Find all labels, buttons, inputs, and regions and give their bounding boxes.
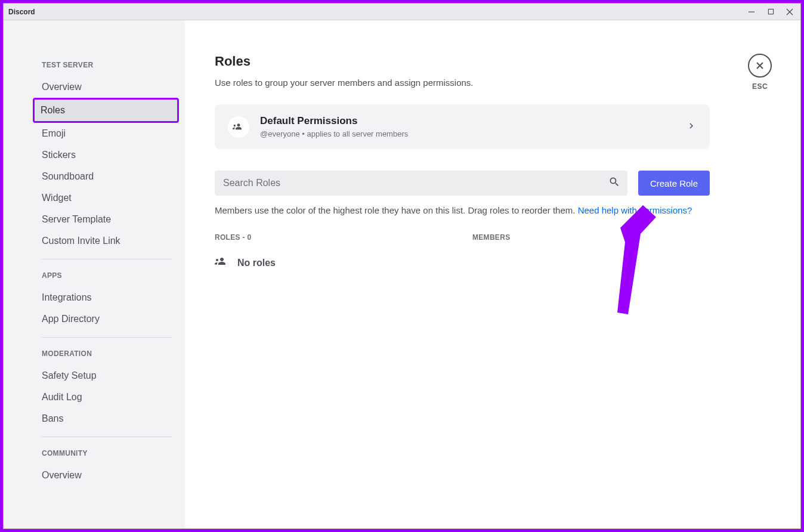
page-subtitle: Use roles to group your server members a… <box>215 78 710 88</box>
column-members-header: MEMBERS <box>472 233 510 242</box>
sidebar-item-custom-invite-link[interactable]: Custom Invite Link <box>36 230 178 252</box>
sidebar-divider <box>42 259 172 259</box>
close-settings-button[interactable]: ESC <box>748 54 772 91</box>
titlebar-app-name: Discord <box>8 8 746 16</box>
people-icon <box>233 121 245 133</box>
close-icon <box>754 60 765 71</box>
sidebar-item-stickers[interactable]: Stickers <box>36 144 178 166</box>
sidebar-section-header: MODERATION <box>36 345 178 365</box>
no-roles-row: No roles <box>215 255 710 271</box>
sidebar-divider <box>42 337 172 338</box>
page-title: Roles <box>215 54 710 69</box>
sidebar-section-header: COMMUNITY <box>36 444 178 465</box>
sidebar-item-overview[interactable]: Overview <box>36 465 178 486</box>
sidebar-item-bans[interactable]: Bans <box>36 408 178 429</box>
default-permissions-card[interactable]: Default Permissions @everyone • applies … <box>215 104 710 149</box>
main-area: TEST SERVEROverviewRolesEmojiStickersSou… <box>4 20 800 528</box>
chevron-right-icon <box>686 120 697 134</box>
close-icon <box>786 8 793 16</box>
app-window: Discord TEST SERVEROverviewRolesEmojiSti… <box>3 3 801 529</box>
roles-hint-text: Members use the color of the highest rol… <box>215 204 710 216</box>
hint-prefix: Members use the color of the highest rol… <box>215 205 578 215</box>
minimize-button[interactable] <box>746 6 757 18</box>
sidebar-item-integrations[interactable]: Integrations <box>36 287 178 308</box>
sidebar-item-roles[interactable]: Roles <box>33 98 179 123</box>
close-label: ESC <box>752 82 768 91</box>
sidebar-item-soundboard[interactable]: Soundboard <box>36 166 178 187</box>
search-roles-input[interactable] <box>215 171 627 196</box>
roles-columns-header: ROLES - 0 MEMBERS <box>215 233 710 242</box>
svg-rect-1 <box>768 9 773 14</box>
everyone-avatar <box>228 116 249 138</box>
settings-sidebar: TEST SERVEROverviewRolesEmojiStickersSou… <box>4 20 185 528</box>
no-roles-label: No roles <box>237 258 276 268</box>
maximize-icon <box>768 8 774 15</box>
permissions-help-link[interactable]: Need help with permissions? <box>578 205 692 215</box>
settings-content: ESC Roles Use roles to group your server… <box>185 20 800 528</box>
sidebar-item-emoji[interactable]: Emoji <box>36 123 178 144</box>
sidebar-section-header: TEST SERVER <box>36 56 178 76</box>
sidebar-item-safety-setup[interactable]: Safety Setup <box>36 365 178 386</box>
search-icon <box>608 176 620 190</box>
sidebar-item-audit-log[interactable]: Audit Log <box>36 386 178 408</box>
sidebar-item-app-directory[interactable]: App Directory <box>36 308 178 330</box>
titlebar: Discord <box>4 4 800 20</box>
search-and-create-row: Create Role <box>215 171 710 196</box>
column-roles-header: ROLES - 0 <box>215 233 472 242</box>
maximize-button[interactable] <box>765 6 777 18</box>
close-circle <box>748 54 772 78</box>
default-card-subtitle: @everyone • applies to all server member… <box>260 129 675 138</box>
default-card-title: Default Permissions <box>260 115 675 127</box>
create-role-button[interactable]: Create Role <box>638 171 710 196</box>
sidebar-item-overview[interactable]: Overview <box>36 76 178 98</box>
sidebar-divider <box>42 437 172 437</box>
close-window-button[interactable] <box>784 6 796 18</box>
sidebar-item-server-template[interactable]: Server Template <box>36 209 178 230</box>
search-box <box>215 171 627 196</box>
minimize-icon <box>748 8 755 16</box>
sidebar-item-widget[interactable]: Widget <box>36 187 178 209</box>
people-icon <box>215 255 229 271</box>
window-controls <box>746 6 796 18</box>
sidebar-section-header: APPS <box>36 267 178 287</box>
